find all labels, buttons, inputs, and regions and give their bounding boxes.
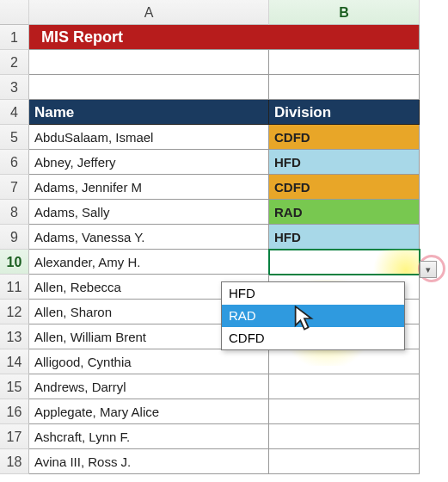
column-header-a[interactable]: A: [29, 0, 269, 25]
cell-division[interactable]: [269, 449, 420, 474]
cell[interactable]: [269, 50, 420, 75]
cell-division[interactable]: CDFD: [269, 125, 420, 150]
cell-name[interactable]: AbduSalaam, Ismael: [29, 125, 269, 150]
table-header-name[interactable]: Name: [29, 100, 269, 125]
spreadsheet-grid[interactable]: A B 1 MIS Report 2 3 4 Name Division 5 A…: [0, 0, 448, 474]
cell-name[interactable]: Andrews, Darryl: [29, 374, 269, 399]
cell-division[interactable]: HFD: [269, 225, 420, 250]
row-header[interactable]: 1: [0, 25, 29, 50]
validation-dropdown[interactable]: HFD RAD CDFD: [221, 281, 405, 350]
row-header[interactable]: 2: [0, 50, 29, 75]
row-header[interactable]: 16: [0, 399, 29, 424]
cell[interactable]: [269, 75, 420, 100]
cell-name[interactable]: Abney, Jeffery: [29, 150, 269, 175]
table-header-division[interactable]: Division: [269, 100, 420, 125]
row-header[interactable]: 15: [0, 374, 29, 399]
dropdown-option-selected[interactable]: RAD: [222, 305, 404, 327]
row-header[interactable]: 12: [0, 300, 29, 324]
cell-name[interactable]: Alligood, Cynthia: [29, 349, 269, 374]
cell-name[interactable]: Adams, Sally: [29, 200, 269, 225]
cell-division[interactable]: [269, 349, 420, 374]
row-header[interactable]: 8: [0, 200, 29, 225]
cell-division[interactable]: HFD: [269, 150, 420, 175]
cell-name[interactable]: Adams, Jennifer M: [29, 175, 269, 200]
cell-division[interactable]: [269, 399, 420, 424]
cell-name[interactable]: Alexander, Amy H.: [29, 250, 269, 275]
row-header[interactable]: 18: [0, 449, 29, 474]
row-header[interactable]: 7: [0, 175, 29, 200]
highlight-glow: [367, 250, 420, 275]
cell-name[interactable]: Ashcraft, Lynn F.: [29, 424, 269, 449]
cell-division[interactable]: CDFD: [269, 175, 420, 200]
cell-division[interactable]: RAD: [269, 200, 420, 225]
dropdown-option[interactable]: CDFD: [222, 327, 404, 349]
cell-name[interactable]: Applegate, Mary Alice: [29, 399, 269, 424]
row-header[interactable]: 4: [0, 100, 29, 125]
cell-division[interactable]: [269, 424, 420, 449]
row-header-active[interactable]: 10: [0, 250, 29, 275]
cell-name[interactable]: Adams, Vanessa Y.: [29, 225, 269, 250]
row-header[interactable]: 17: [0, 424, 29, 449]
dropdown-option[interactable]: HFD: [222, 282, 404, 305]
cell-division-active[interactable]: [269, 250, 420, 275]
row-header[interactable]: 14: [0, 349, 29, 374]
row-header[interactable]: 6: [0, 150, 29, 175]
select-all-corner[interactable]: [0, 0, 29, 25]
cell-name[interactable]: Avina III, Ross J.: [29, 449, 269, 474]
report-title[interactable]: MIS Report: [29, 25, 420, 50]
dropdown-arrow-icon[interactable]: [420, 261, 437, 278]
row-header[interactable]: 13: [0, 324, 29, 349]
row-header[interactable]: 5: [0, 125, 29, 150]
cell[interactable]: [29, 75, 269, 100]
column-header-b[interactable]: B: [269, 0, 420, 25]
row-header[interactable]: 11: [0, 275, 29, 300]
cell-division[interactable]: [269, 374, 420, 399]
cell[interactable]: [29, 50, 269, 75]
row-header[interactable]: 3: [0, 75, 29, 100]
row-header[interactable]: 9: [0, 225, 29, 250]
